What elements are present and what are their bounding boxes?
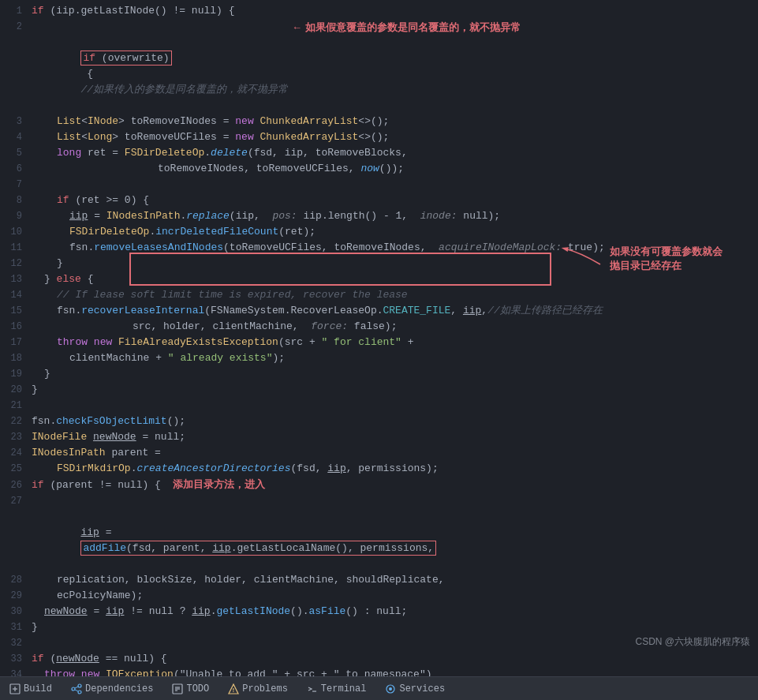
code-line: 18 clientMachine + " already exists"); xyxy=(0,350,758,366)
code-line: 21 xyxy=(0,398,758,414)
code-line: 23 INodeFile newNode = null; xyxy=(0,429,758,445)
code-line: 26 if (parent != null) { 添加目录方法，进入 xyxy=(0,477,758,493)
code-line: 1 if (iip.getLastINode() != null) { xyxy=(0,3,758,19)
problems-label: Problems xyxy=(242,683,288,694)
code-line: 34 throw new IOException("Unable to add … xyxy=(0,667,758,676)
code-line: 16 src, holder, clientMachine, force: fa… xyxy=(0,319,758,335)
dep-icon-svg xyxy=(71,683,82,694)
services-label: Services xyxy=(399,683,445,694)
dependencies-icon xyxy=(71,683,82,694)
svg-line-7 xyxy=(75,687,78,688)
code-line: 11 fsn.removeLeasesAndINodes(toRemoveUCF… xyxy=(0,240,758,256)
code-line: 20 } xyxy=(0,382,758,398)
code-line: 33 if (newNode == null) { xyxy=(0,651,758,667)
code-area: 1 if (iip.getLastINode() != null) { 2 if… xyxy=(0,0,758,676)
code-line: 9 iip = INodesInPath.replace(iip, pos: i… xyxy=(0,208,758,224)
code-line: 12 } xyxy=(0,256,758,271)
build-label: Build xyxy=(24,683,52,694)
code-line: 7 xyxy=(0,177,758,193)
svg-point-17 xyxy=(389,687,392,691)
code-line: 24 INodesInPath parent = xyxy=(0,445,758,461)
dependencies-label: Dependencies xyxy=(85,683,153,694)
toolbar-build[interactable]: Build xyxy=(6,682,55,696)
code-line: 15 fsn.recoverLeaseInternal(FSNameSystem… xyxy=(0,303,758,319)
code-line: 14 // If lease soft limit time is expire… xyxy=(0,287,758,303)
todo-label: TODO xyxy=(186,683,209,694)
toolbar: Build Dependencies TODO xyxy=(0,676,758,700)
code-line: 31 } xyxy=(0,620,758,635)
code-line: 5 long ret = FSDirDeleteOp.delete(fsd, i… xyxy=(0,145,758,161)
code-line: 2 if (overwrite) { //如果传入的参数是同名覆盖的，就不抛异常 xyxy=(0,19,758,114)
svg-point-6 xyxy=(78,691,81,694)
code-line: 6 toRemoveINodes, toRemoveUCFiles, now()… xyxy=(0,161,758,177)
code-line: 30 newNode = iip != null ? iip.getLastIN… xyxy=(0,604,758,620)
code-line: 29 ecPolicyName); xyxy=(0,588,758,604)
toolbar-problems[interactable]: ! Problems xyxy=(225,682,291,696)
toolbar-services[interactable]: Services xyxy=(382,682,448,696)
toolbar-terminal[interactable]: Terminal xyxy=(304,682,370,696)
code-line: 3 List<INode> toRemoveINodes = new Chunk… xyxy=(0,114,758,129)
code-line: 28 replication, blockSize, holder, clien… xyxy=(0,572,758,588)
code-line: 19 } xyxy=(0,366,758,382)
toolbar-todo[interactable]: TODO xyxy=(169,682,212,696)
todo-icon-svg xyxy=(172,683,183,694)
code-line: 17 throw new FileAlreadyExistsException(… xyxy=(0,335,758,350)
services-icon-svg xyxy=(385,683,396,694)
terminal-icon xyxy=(307,683,318,694)
code-line: 27 iip = addFile(fsd, parent, iip.getLas… xyxy=(0,493,758,572)
watermark: CSDN @六块腹肌的程序猿 xyxy=(635,635,750,649)
terminal-icon-svg xyxy=(307,683,318,694)
problems-icon: ! xyxy=(228,683,239,694)
code-line: 25 FSDirMkdirOp.createAncestorDirectorie… xyxy=(0,461,758,477)
build-icon-svg xyxy=(9,683,21,694)
svg-point-5 xyxy=(78,684,81,687)
code-line: 13 } else { xyxy=(0,271,758,287)
code-line: 22 fsn.checkFsObjectLimit(); xyxy=(0,414,758,429)
code-line: 8 if (ret >= 0) { xyxy=(0,193,758,208)
svg-line-8 xyxy=(75,690,78,691)
build-icon xyxy=(9,683,21,694)
code-container: 1 if (iip.getLastINode() != null) { 2 if… xyxy=(0,0,758,676)
toolbar-dependencies[interactable]: Dependencies xyxy=(68,682,156,696)
services-icon xyxy=(385,683,396,694)
svg-text:!: ! xyxy=(232,687,236,694)
terminal-label: Terminal xyxy=(321,683,367,694)
code-line: 10 FSDirDeleteOp.incrDeletedFileCount(re… xyxy=(0,224,758,240)
todo-icon xyxy=(172,683,183,694)
code-line: 4 List<Long> toRemoveUCFiles = new Chunk… xyxy=(0,129,758,145)
warning-icon-svg: ! xyxy=(228,683,239,694)
svg-point-4 xyxy=(72,687,75,691)
